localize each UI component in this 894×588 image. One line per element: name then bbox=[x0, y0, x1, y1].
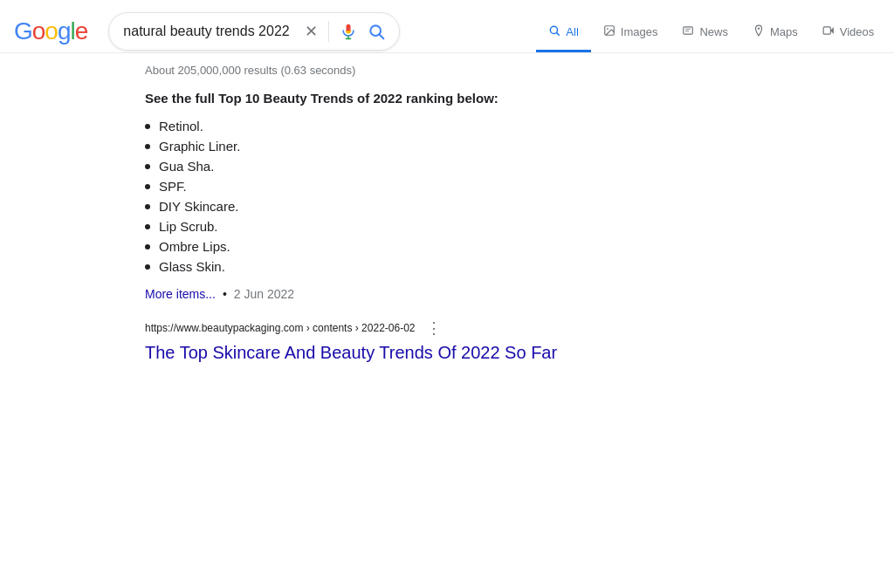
maps-icon bbox=[753, 24, 765, 39]
list-item: Glass Skin. bbox=[145, 256, 751, 277]
search-divider bbox=[328, 21, 329, 42]
list-item: Ombre Lips. bbox=[145, 236, 751, 256]
tab-images-label: Images bbox=[621, 25, 658, 38]
tab-videos-label: Videos bbox=[840, 25, 875, 38]
logo-letter-g: G bbox=[14, 17, 32, 45]
snippet-item-text: SPF. bbox=[159, 179, 187, 194]
bullet-icon bbox=[145, 204, 150, 209]
bullet-icon bbox=[145, 264, 150, 270]
result-menu-icon[interactable]: ⋮ bbox=[426, 318, 442, 338]
snippet-item-text: DIY Skincare. bbox=[159, 199, 238, 214]
tab-maps-label: Maps bbox=[770, 25, 798, 38]
snippet-list: Retinol. Graphic Liner. Gua Sha. SPF. DI… bbox=[145, 116, 751, 277]
list-item: SPF. bbox=[145, 176, 751, 196]
tab-news[interactable]: News bbox=[670, 14, 740, 52]
tab-images[interactable]: Images bbox=[591, 14, 670, 52]
main-content: About 205,000,000 results (0.63 seconds)… bbox=[0, 53, 751, 364]
search-svg bbox=[368, 23, 385, 40]
snippet-bullet-sep: • bbox=[223, 287, 227, 301]
result-url-row: https://www.beautypackaging.com › conten… bbox=[145, 318, 751, 338]
search-result: https://www.beautypackaging.com › conten… bbox=[145, 318, 751, 364]
logo-letter-e: e bbox=[75, 17, 88, 45]
search-input[interactable] bbox=[123, 24, 298, 39]
bullet-icon bbox=[145, 144, 150, 149]
svg-line-4 bbox=[380, 35, 384, 39]
videos-icon bbox=[822, 24, 835, 39]
featured-snippet: See the full Top 10 Beauty Trends of 202… bbox=[145, 91, 751, 301]
search-submit-icon[interactable] bbox=[368, 23, 385, 40]
search-bar-icons: ✕ bbox=[305, 21, 385, 42]
clear-icon[interactable]: ✕ bbox=[305, 24, 318, 39]
list-item: Graphic Liner. bbox=[145, 136, 751, 156]
all-icon bbox=[548, 24, 560, 39]
header: Google ✕ bbox=[0, 0, 894, 53]
more-items-link[interactable]: More items... bbox=[145, 287, 216, 301]
bullet-icon bbox=[145, 164, 150, 169]
list-item: DIY Skincare. bbox=[145, 196, 751, 216]
result-title[interactable]: The Top Skincare And Beauty Trends Of 20… bbox=[145, 343, 557, 362]
nav-tabs: All Images News Maps Videos bbox=[536, 10, 894, 52]
result-url: https://www.beautypackaging.com › conten… bbox=[145, 322, 416, 334]
tab-more[interactable]: ⋮ More bbox=[886, 15, 894, 52]
snippet-footer: More items... • 2 Jun 2022 bbox=[145, 287, 751, 301]
tab-all-label: All bbox=[566, 25, 578, 38]
snippet-item-text: Ombre Lips. bbox=[159, 239, 230, 254]
mic-icon[interactable] bbox=[340, 23, 357, 40]
tab-maps[interactable]: Maps bbox=[740, 14, 810, 52]
logo-letter-g2: g bbox=[58, 17, 71, 45]
snippet-heading: See the full Top 10 Beauty Trends of 202… bbox=[145, 91, 751, 106]
results-count: About 205,000,000 results (0.63 seconds) bbox=[145, 64, 751, 77]
logo-letter-o2: o bbox=[45, 17, 58, 45]
tab-news-label: News bbox=[699, 25, 728, 38]
list-item: Gua Sha. bbox=[145, 156, 751, 176]
svg-rect-13 bbox=[823, 27, 830, 34]
list-item: Retinol. bbox=[145, 116, 751, 136]
svg-point-12 bbox=[758, 28, 760, 30]
images-icon bbox=[603, 24, 615, 39]
bullet-icon bbox=[145, 244, 150, 250]
svg-rect-9 bbox=[684, 27, 693, 34]
snippet-item-text: Retinol. bbox=[159, 119, 203, 133]
snippet-item-text: Lip Scrub. bbox=[159, 219, 218, 234]
bullet-icon bbox=[145, 124, 150, 129]
snippet-item-text: Glass Skin. bbox=[159, 259, 225, 274]
snippet-item-text: Gua Sha. bbox=[159, 159, 214, 174]
tab-all[interactable]: All bbox=[536, 14, 590, 52]
snippet-item-text: Graphic Liner. bbox=[159, 139, 240, 154]
mic-svg bbox=[340, 23, 357, 40]
svg-line-6 bbox=[557, 33, 560, 36]
snippet-date: 2 Jun 2022 bbox=[234, 287, 294, 301]
logo-letter-o1: o bbox=[32, 17, 45, 45]
tab-videos[interactable]: Videos bbox=[810, 14, 887, 52]
bullet-icon bbox=[145, 224, 150, 229]
news-icon bbox=[682, 24, 694, 39]
google-logo[interactable]: Google bbox=[14, 17, 87, 45]
svg-point-8 bbox=[607, 28, 609, 30]
search-bar[interactable]: ✕ bbox=[108, 12, 400, 51]
bullet-icon bbox=[145, 184, 150, 189]
list-item: Lip Scrub. bbox=[145, 216, 751, 236]
